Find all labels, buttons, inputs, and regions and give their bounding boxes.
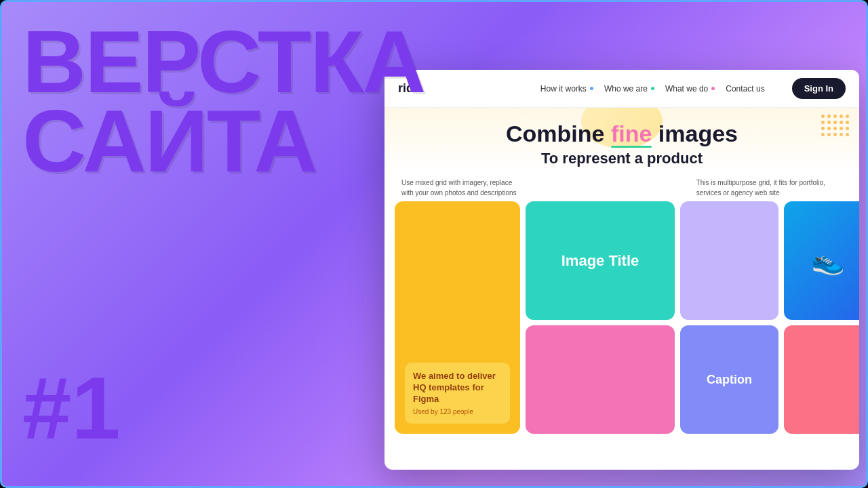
- hero-section: Combine fine images To represent a produ…: [384, 108, 859, 174]
- title-line2-text: САЙТА: [22, 102, 425, 181]
- headline-part1: Combine: [506, 121, 611, 146]
- text-right: This is multipurpose grid, it fits for p…: [690, 178, 849, 201]
- card-lavender: [680, 201, 778, 320]
- number-badge: #1: [22, 357, 121, 459]
- nav-bar: rid How it works Who we are What we do C…: [384, 70, 859, 108]
- text-row: Use mixed grid with imagery, replace wit…: [384, 174, 859, 201]
- nav-link-contact-label: Contact us: [726, 84, 764, 94]
- number-text: #1: [22, 359, 121, 458]
- hero-headline: Combine fine images: [398, 121, 846, 146]
- nav-link-who-label: Who we are: [604, 84, 648, 94]
- nav-dot-pink: [711, 87, 715, 90]
- shoe-image: 👟: [784, 201, 859, 320]
- nav-link-contact[interactable]: Contact us: [726, 84, 764, 94]
- card-salmon: [784, 325, 859, 434]
- main-container: ВЕРСТКА САЙТА #1 rid How it works Who we…: [0, 0, 868, 488]
- headline-part2: images: [652, 121, 738, 146]
- sign-in-button[interactable]: Sign In: [792, 78, 846, 99]
- shoe-emoji: 👟: [811, 245, 845, 277]
- card-purple: Caption: [680, 325, 778, 434]
- text-left: Use mixed grid with imagery, replace wit…: [395, 178, 530, 201]
- card-shoe: 👟: [784, 201, 859, 320]
- nav-link-what[interactable]: What we do: [665, 84, 715, 94]
- yellow-card-sub: Used by 123 people: [413, 408, 502, 415]
- nav-links: How it works Who we are What we do Conta…: [540, 84, 765, 94]
- nav-link-what-label: What we do: [665, 84, 708, 94]
- card-pink: [526, 325, 675, 434]
- nav-dot-green: [651, 87, 654, 90]
- yellow-card-inner: We aimed to deliver HQ templates for Fig…: [405, 363, 510, 424]
- caption-label: Caption: [707, 373, 752, 387]
- nav-link-how-label: How it works: [540, 84, 587, 94]
- headline-fine: fine: [611, 121, 652, 146]
- yellow-card-text: We aimed to deliver HQ templates for Fig…: [413, 371, 502, 405]
- card-teal: Image Title: [526, 201, 675, 320]
- nav-link-how[interactable]: How it works: [540, 84, 593, 94]
- hero-subheadline: To represent a product: [398, 150, 846, 167]
- nav-link-who[interactable]: Who we are: [604, 84, 654, 94]
- card-teal-label: Image Title: [561, 252, 639, 270]
- nav-dot-blue: [590, 87, 593, 90]
- left-text-area: ВЕРСТКА САЙТА: [22, 22, 425, 181]
- image-grid: We aimed to deliver HQ templates for Fig…: [384, 201, 859, 444]
- website-preview: rid How it works Who we are What we do C…: [384, 70, 859, 470]
- title-line1-text: ВЕРСТКА: [22, 22, 425, 102]
- title-line1: ВЕРСТКА САЙТА: [22, 22, 425, 181]
- card-yellow: We aimed to deliver HQ templates for Fig…: [395, 201, 520, 434]
